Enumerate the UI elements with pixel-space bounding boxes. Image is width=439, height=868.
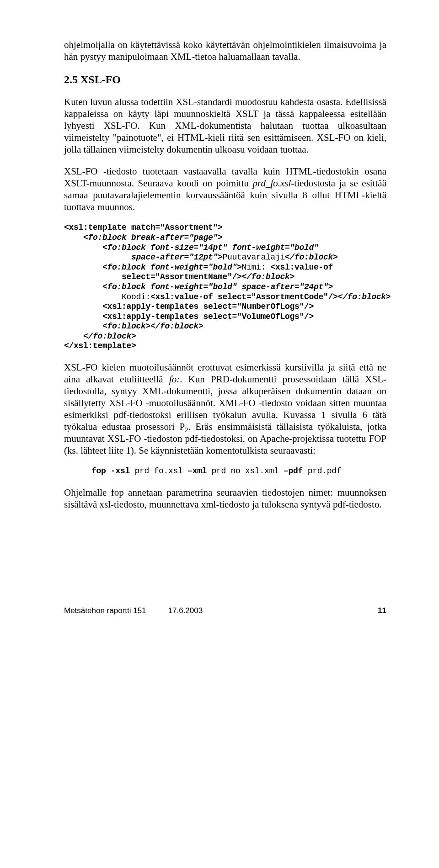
italic-prefix: fo: (169, 374, 180, 385)
footer-left: Metsätehon raportti 151 17.6.2003 (64, 606, 203, 615)
code-line: <fo:block break-after="page"> (64, 233, 223, 242)
code-line: select="AssortmentName"/> (64, 272, 242, 281)
code-arg: prd_fo.xsl (135, 466, 188, 476)
code-text: Nimi: (242, 263, 271, 272)
code-line: <xsl:value-of (271, 263, 333, 272)
paragraph-1: Kuten luvun alussa todettiin XSL-standar… (64, 96, 386, 155)
italic-filename: prd_fo.xsl (253, 178, 291, 189)
code-flag: –pdf (284, 466, 308, 476)
footer-report: Metsätehon raportti 151 (64, 606, 146, 615)
code-line: </fo:block> (338, 292, 391, 302)
code-line: <fo:block></fo:block> (64, 322, 203, 331)
code-arg: prd_no_xsl.xml (212, 466, 284, 476)
code-line: <fo:block font-weight="bold"> (64, 263, 242, 272)
code-text: Koodi: (64, 292, 150, 302)
code-line: <xsl:value-of select="AssortmentCode"/> (150, 292, 338, 302)
footer-page-number: 11 (378, 606, 386, 615)
footer-date: 17.6.2003 (168, 606, 203, 615)
code-line: <xsl:apply-templates select="NumberOfLog… (64, 302, 314, 311)
code-line: space-after="12pt"> (64, 253, 223, 262)
code-line: </fo:block> (64, 332, 136, 341)
code-text: Puutavaralaji (223, 253, 285, 262)
code-line: <fo:block font-weight="bold" space-after… (64, 282, 333, 291)
paragraph-4: Ohjelmalle fop annetaan parametrina seur… (64, 487, 386, 510)
page-footer: Metsätehon raportti 151 17.6.2003 11 (64, 606, 386, 615)
code-line: </xsl:template> (64, 341, 136, 350)
code-arg: prd.pdf (308, 466, 342, 476)
code-block-2: fop -xsl prd_fo.xsl –xml prd_no_xsl.xml … (64, 466, 386, 476)
code-line: </fo:block> (242, 272, 295, 281)
code-line: <xsl:template match="Assortment"> (64, 223, 223, 232)
section-heading: 2.5 XSL-FO (64, 74, 386, 86)
page-container: ohjelmoijalla on käytettävissä koko käyt… (0, 0, 439, 643)
code-block-1: <xsl:template match="Assortment"> <fo:bl… (64, 223, 386, 351)
paragraph-2: XSL-FO -tiedosto tuotetaan vastaavalla t… (64, 165, 386, 213)
code-line: <fo:block font-size="14pt" font-weight="… (64, 243, 319, 252)
intro-paragraph: ohjelmoijalla on käytettävissä koko käyt… (64, 39, 386, 63)
code-cmd: fop -xsl (91, 466, 135, 476)
code-flag: –xml (187, 466, 212, 476)
code-line: <xsl:apply-templates select="VolumeOfLog… (64, 312, 314, 321)
code-line: </fo:block> (285, 253, 338, 262)
paragraph-3: XSL-FO kielen muotoilusäännöt erottuvat … (64, 361, 386, 456)
